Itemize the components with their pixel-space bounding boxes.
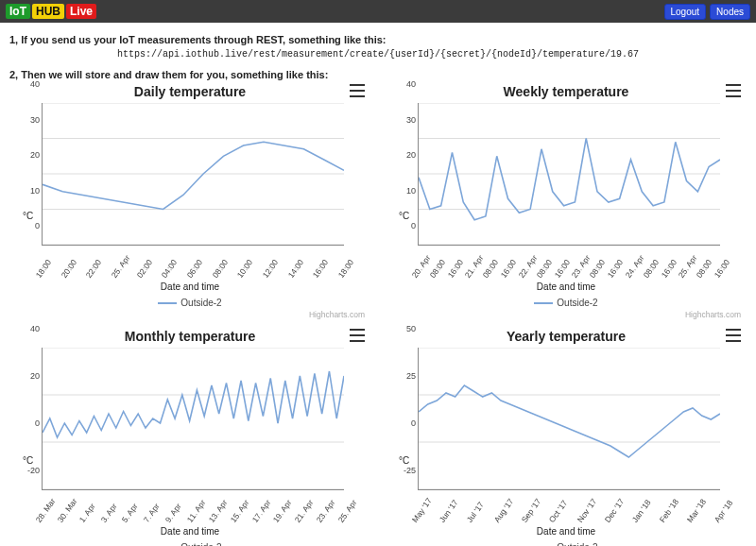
- x-axis-ticks: 28. Mar30. Mar1. Apr3. Apr5. Apr7. Apr9.…: [42, 492, 344, 524]
- page-content: 1, If you send us your IoT measurements …: [0, 23, 756, 546]
- chart-daily: Daily temperature°C01020304018:0020:0022…: [9, 84, 370, 319]
- chart-legend: Outside-2: [386, 298, 747, 308]
- y-axis-ticks: 010203040: [26, 84, 40, 226]
- logo-part-3: Live: [66, 4, 96, 19]
- intro-line-1: 1, If you send us your IoT measurements …: [9, 34, 747, 45]
- series-line: [419, 139, 720, 220]
- plot-area: [42, 103, 344, 246]
- chart-title: Daily temperature: [9, 84, 370, 99]
- chart-monthly: Monthly temperature°C-200204028. Mar30. …: [9, 329, 370, 546]
- chart-menu-icon[interactable]: [350, 329, 365, 342]
- chart-legend: Outside-2: [9, 542, 370, 546]
- logo-part-1: IoT: [6, 4, 30, 19]
- legend-label: Outside-2: [180, 298, 221, 308]
- y-axis-ticks: -2502550: [403, 329, 416, 470]
- x-axis-label: Date and time: [386, 282, 747, 292]
- x-axis-label: Date and time: [9, 526, 370, 537]
- chart-menu-icon[interactable]: [726, 329, 741, 342]
- series-line: [43, 142, 344, 209]
- plot-area: [418, 348, 720, 490]
- plot-area: [418, 103, 720, 246]
- logo-part-2: HUB: [32, 4, 64, 19]
- chart-credit[interactable]: Highcharts.com: [9, 310, 365, 319]
- intro-line-2: 2, Then we will store and draw them for …: [9, 69, 747, 80]
- chart-menu-icon[interactable]: [350, 84, 365, 97]
- x-axis-ticks: 20. Apr08:0016:0021. Apr08:0016:0022. Ap…: [418, 247, 720, 280]
- y-axis-ticks: 010203040: [403, 84, 416, 226]
- chart-menu-icon[interactable]: [726, 84, 741, 97]
- x-axis-ticks: 18:0020:0022:0025. Apr02:0004:0006:0008:…: [42, 247, 344, 280]
- nodes-button[interactable]: Nodes: [710, 4, 750, 20]
- chart-title: Monthly temperature: [9, 329, 370, 344]
- x-axis-label: Date and time: [9, 282, 370, 292]
- chart-title: Weekly temperature: [386, 84, 747, 99]
- y-axis-ticks: -2002040: [26, 329, 40, 470]
- legend-label: Outside-2: [557, 298, 597, 308]
- chart-title: Yearly temperature: [386, 329, 747, 344]
- series-line: [43, 371, 344, 437]
- legend-swatch: [534, 302, 553, 304]
- x-axis-ticks: May '17Jun '17Jul '17Aug '17Sep '17Oct '…: [418, 492, 720, 524]
- logout-button[interactable]: Logout: [664, 4, 707, 20]
- chart-weekly: Weekly temperature°C01020304020. Apr08:0…: [386, 84, 747, 319]
- plot-area: [42, 348, 344, 490]
- brand-logo: IoT HUB Live: [6, 4, 96, 19]
- chart-yearly: Yearly temperature°C-2502550May '17Jun '…: [386, 329, 747, 546]
- x-axis-label: Date and time: [386, 526, 747, 537]
- top-navbar: IoT HUB Live Logout Nodes: [0, 0, 756, 23]
- legend-label: Outside-2: [557, 542, 597, 546]
- api-example-url: https://api.iothub.live/rest/measurement…: [9, 49, 747, 60]
- nav-buttons: Logout Nodes: [664, 4, 751, 20]
- charts-grid: Daily temperature°C01020304018:0020:0022…: [9, 84, 747, 546]
- legend-label: Outside-2: [180, 542, 221, 546]
- chart-legend: Outside-2: [386, 542, 747, 546]
- legend-swatch: [158, 302, 177, 304]
- series-line: [419, 385, 720, 457]
- chart-credit[interactable]: Highcharts.com: [386, 310, 741, 319]
- chart-legend: Outside-2: [9, 298, 370, 308]
